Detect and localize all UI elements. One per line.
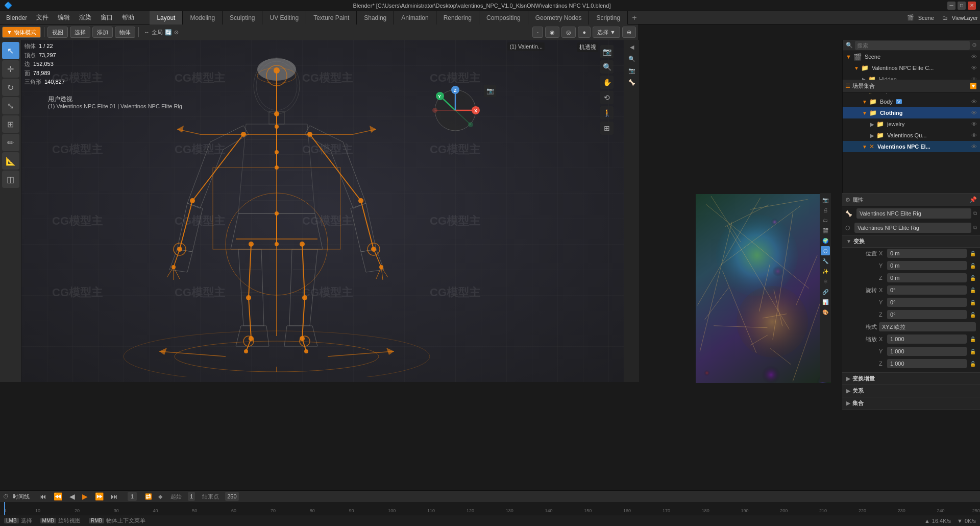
viewlayer-name[interactable]: ViewLayer bbox=[952, 15, 978, 21]
transform-delta-header[interactable]: ▶ 变换增量 bbox=[842, 372, 980, 385]
prop-tab-data[interactable]: 📊 bbox=[821, 297, 830, 306]
tool-cursor[interactable]: ↖ bbox=[2, 42, 19, 59]
add-workspace-button[interactable]: + bbox=[628, 12, 641, 23]
rotation-x-field[interactable]: 0° bbox=[887, 285, 967, 295]
camera-perspective-icon[interactable]: 📷 bbox=[600, 45, 614, 58]
outliner-search-bar[interactable]: 🔍 ⚙ bbox=[843, 40, 980, 51]
tab-layout[interactable]: Layout bbox=[150, 11, 183, 25]
outliner-item-jewelry[interactable]: ▶ 📁 jewelry 👁 bbox=[843, 118, 980, 130]
outliner-item-valentinos-qu[interactable]: ▶ 📁 Valentinos Qu... 👁 bbox=[843, 130, 980, 141]
viewport-shading-solid[interactable]: ◉ bbox=[545, 27, 559, 38]
close-button[interactable]: ✕ bbox=[968, 2, 976, 10]
tab-texture-paint[interactable]: Texture Paint bbox=[306, 11, 357, 25]
overlay-button[interactable]: 选择 ▼ bbox=[593, 27, 620, 38]
tab-compositing[interactable]: Compositing bbox=[479, 11, 528, 25]
add-menu[interactable]: 添加 bbox=[92, 27, 113, 38]
tool-annotate[interactable]: ✏ bbox=[2, 134, 19, 151]
zoom-icon[interactable]: 🔍 bbox=[600, 60, 614, 74]
scene-name[interactable]: Scene bbox=[918, 15, 934, 21]
prop-tab-physics[interactable]: ⚛ bbox=[821, 277, 830, 286]
prop-pin-icon[interactable]: 📌 bbox=[969, 196, 977, 203]
clothing-eye-icon[interactable]: 👁 bbox=[971, 110, 977, 116]
tab-animation[interactable]: Animation bbox=[394, 11, 436, 25]
tab-sculpting[interactable]: Sculpting bbox=[223, 11, 262, 25]
prop-tab-material[interactable]: 🎨 bbox=[821, 307, 830, 317]
tab-uv-editing[interactable]: UV Editing bbox=[262, 11, 306, 25]
scene-eye-icon[interactable]: 👁 bbox=[971, 54, 977, 60]
navigation-gizmo[interactable]: X Y Z 📷 bbox=[430, 85, 481, 136]
select-menu[interactable]: 选择 bbox=[70, 27, 90, 38]
outliner-filter-icon[interactable]: 🔽 bbox=[970, 83, 977, 89]
start-frame-field[interactable]: 1 bbox=[188, 492, 195, 501]
copy-data-icon[interactable]: ⧉ bbox=[973, 225, 977, 231]
valentinos-eye-icon[interactable]: 👁 bbox=[971, 65, 977, 71]
camera-view-button[interactable]: 📷 bbox=[484, 85, 496, 97]
jewelry-eye-icon[interactable]: 👁 bbox=[971, 121, 977, 127]
minimize-button[interactable]: ─ bbox=[947, 2, 955, 10]
relations-header[interactable]: ▶ 关系 bbox=[842, 385, 980, 397]
object-mode-button[interactable]: ▼ 物体模式 bbox=[2, 27, 41, 38]
tab-modeling[interactable]: Modeling bbox=[183, 11, 223, 25]
outliner-item-scene[interactable]: ▼ 🎬 Scene 👁 bbox=[843, 51, 980, 62]
outliner-item-clothing[interactable]: ▼ 📁 Clothing 👁 bbox=[843, 107, 980, 118]
menu-window[interactable]: 窗口 bbox=[96, 12, 117, 23]
current-frame-display[interactable]: 1 bbox=[128, 492, 137, 501]
filter-icon[interactable]: ⚙ bbox=[972, 42, 977, 49]
tool-measure[interactable]: 📐 bbox=[2, 152, 19, 170]
position-x-field[interactable]: 0 m bbox=[887, 249, 967, 258]
gizmo-button[interactable]: ⊕ bbox=[622, 27, 636, 38]
rot-x-lock[interactable]: 🔓 bbox=[970, 288, 976, 293]
outliner-item-valentinos-collection[interactable]: ▼ 📁 Valentinos NPC Elite C... 👁 bbox=[843, 62, 980, 74]
menu-file[interactable]: 文件 bbox=[32, 12, 53, 23]
viewport-shading-material[interactable]: ◎ bbox=[561, 27, 576, 38]
rotation-mode-select[interactable]: XYZ 欧拉 bbox=[879, 322, 976, 331]
tool-add[interactable]: ◫ bbox=[2, 171, 19, 188]
pos-y-lock[interactable]: 🔓 bbox=[970, 263, 976, 269]
scale-x-field[interactable]: 1.000 bbox=[887, 334, 967, 344]
outliner-item-armature[interactable]: ▼ ✕ Valentinos NPC El... 👁 bbox=[843, 141, 980, 152]
menu-edit[interactable]: 编辑 bbox=[54, 12, 74, 23]
outliner-item-body[interactable]: ▼ 📁 Body V 👁 bbox=[843, 96, 980, 107]
rotation-y-field[interactable]: 0° bbox=[887, 298, 967, 307]
viewport-shading-rendered[interactable]: ● bbox=[578, 27, 591, 38]
tab-rendering[interactable]: Rendering bbox=[436, 11, 479, 25]
menu-blender[interactable]: Blender bbox=[2, 13, 31, 22]
orbit-icon[interactable]: ⟲ bbox=[600, 91, 614, 104]
prop-tab-world[interactable]: 🌍 bbox=[821, 236, 830, 245]
tool-rotate[interactable]: ↻ bbox=[2, 79, 19, 96]
valentinos-qu-eye-icon[interactable]: 👁 bbox=[971, 132, 977, 138]
menu-help[interactable]: 帮助 bbox=[118, 12, 138, 23]
prop-tab-view-layer[interactable]: 🗂 bbox=[821, 216, 830, 225]
maximize-button[interactable]: □ bbox=[958, 2, 966, 10]
tab-geometry-nodes[interactable]: Geometry Nodes bbox=[528, 11, 590, 25]
viewport-anim-icon[interactable]: 🦴 bbox=[627, 77, 637, 87]
object-menu[interactable]: 物体 bbox=[115, 27, 135, 38]
prop-tab-scene[interactable]: 🎬 bbox=[821, 226, 830, 235]
prop-tab-modifier[interactable]: 🔧 bbox=[821, 256, 830, 266]
jump-start-button[interactable]: ⏮ bbox=[38, 492, 48, 500]
scale-z-field[interactable]: 1.000 bbox=[887, 359, 967, 368]
rot-z-lock[interactable]: 🔓 bbox=[970, 312, 976, 318]
prop-tab-render[interactable]: 📷 bbox=[821, 195, 830, 204]
timeline-ruler[interactable]: 1 10 20 30 40 50 60 70 80 90 100 110 120… bbox=[0, 502, 980, 515]
outliner-search-input[interactable] bbox=[855, 41, 970, 50]
prop-tab-output[interactable]: 🖨 bbox=[821, 205, 830, 214]
viewport-3d[interactable]: CG模型主 CG模型主 CG模型主 CG模型主 CG模型主 CG模型主 CG模型… bbox=[21, 40, 624, 382]
pos-z-lock[interactable]: 🔓 bbox=[970, 275, 976, 281]
scale-z-lock[interactable]: 🔓 bbox=[970, 361, 976, 367]
scale-y-lock[interactable]: 🔓 bbox=[970, 349, 976, 354]
end-frame-field[interactable]: 250 bbox=[225, 492, 238, 501]
play-button[interactable]: ▶ bbox=[81, 492, 89, 500]
tab-shading[interactable]: Shading bbox=[357, 11, 394, 25]
position-z-field[interactable]: 0 m bbox=[887, 273, 967, 282]
jump-end-button[interactable]: ⏭ bbox=[109, 492, 119, 500]
n-panel-toggle[interactable]: ◀ bbox=[627, 42, 637, 52]
select-mode-vertex[interactable]: · bbox=[532, 27, 543, 38]
prop-tab-object[interactable]: ⬡ bbox=[821, 246, 830, 255]
scale-y-field[interactable]: 1.000 bbox=[887, 347, 967, 356]
position-y-field[interactable]: 0 m bbox=[887, 261, 967, 270]
armature-eye-icon[interactable]: 👁 bbox=[971, 144, 977, 150]
viewport-nav-camera[interactable]: 📷 bbox=[627, 65, 637, 76]
tool-move[interactable]: ✛ bbox=[2, 60, 19, 78]
transform-header[interactable]: ▼ 变换 bbox=[842, 235, 980, 248]
